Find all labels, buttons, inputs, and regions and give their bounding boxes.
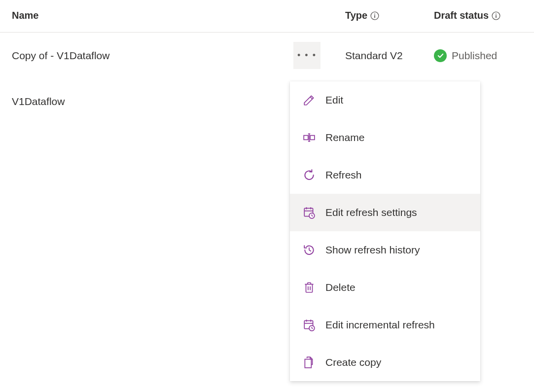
header-name-label: Name: [12, 10, 38, 21]
menu-item-label: Delete: [325, 282, 356, 293]
header-name[interactable]: Name: [0, 10, 345, 21]
row-name-text: Copy of - V1Dataflow: [12, 50, 109, 62]
context-menu: Edit Rename Refresh: [290, 81, 480, 381]
refresh-icon: [302, 168, 317, 182]
row-status-text: Published: [452, 50, 497, 62]
ellipsis-icon: • • •: [297, 50, 317, 61]
row-name[interactable]: V1Dataflow: [0, 96, 293, 107]
header-status-label: Draft status: [434, 10, 489, 21]
calendar-clock-icon: [302, 318, 317, 332]
info-icon[interactable]: [370, 11, 379, 20]
menu-item-create-copy[interactable]: Create copy: [290, 344, 480, 381]
menu-item-label: Show refresh history: [325, 244, 420, 256]
row-name-text: V1Dataflow: [12, 96, 65, 107]
menu-item-label: Refresh: [325, 169, 362, 181]
row-type: Standard V2: [345, 50, 434, 62]
info-icon[interactable]: [492, 11, 500, 20]
menu-item-label: Rename: [325, 132, 364, 143]
more-actions-button[interactable]: • • •: [293, 42, 320, 69]
table-header-row: Name Type Draft status: [0, 0, 534, 33]
header-type[interactable]: Type: [345, 10, 434, 21]
svg-rect-12: [305, 359, 311, 368]
svg-point-1: [374, 13, 375, 14]
row-status: Published: [434, 49, 533, 62]
history-icon: [302, 243, 317, 257]
menu-item-delete[interactable]: Delete: [290, 269, 480, 306]
rename-icon: [302, 130, 317, 145]
header-status[interactable]: Draft status: [434, 10, 533, 21]
copy-icon: [302, 355, 317, 370]
menu-item-label: Edit refresh settings: [325, 207, 417, 218]
menu-item-label: Edit incremental refresh: [325, 319, 435, 331]
menu-item-rename[interactable]: Rename: [290, 119, 480, 156]
menu-item-label: Create copy: [325, 356, 381, 368]
svg-rect-5: [496, 15, 497, 18]
calendar-clock-icon: [302, 205, 317, 220]
svg-rect-6: [304, 136, 308, 140]
pencil-icon: [302, 93, 317, 107]
check-circle-icon: [434, 49, 447, 62]
row-type-text: Standard V2: [345, 50, 403, 62]
menu-item-refresh[interactable]: Refresh: [290, 156, 480, 194]
header-type-label: Type: [345, 10, 367, 21]
menu-item-edit-incremental-refresh[interactable]: Edit incremental refresh: [290, 306, 480, 344]
menu-item-edit[interactable]: Edit: [290, 81, 480, 119]
menu-item-label: Edit: [325, 94, 343, 106]
trash-icon: [302, 280, 317, 295]
svg-rect-2: [374, 15, 375, 18]
menu-item-show-refresh-history[interactable]: Show refresh history: [290, 231, 480, 269]
svg-point-4: [496, 13, 497, 14]
row-name[interactable]: Copy of - V1Dataflow: [0, 50, 293, 62]
table-row[interactable]: Copy of - V1Dataflow • • • Standard V2 P…: [0, 33, 534, 78]
svg-rect-7: [310, 136, 315, 140]
row-actions: • • •: [293, 42, 345, 69]
menu-item-edit-refresh-settings[interactable]: Edit refresh settings: [290, 194, 480, 231]
